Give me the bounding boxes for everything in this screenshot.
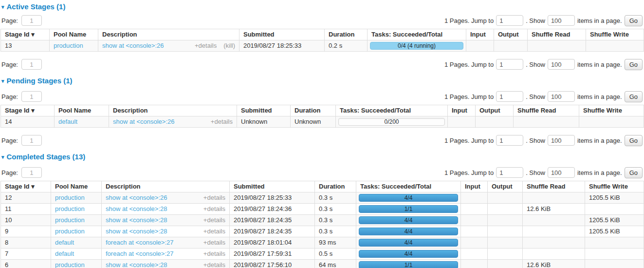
collapse-arrow-icon: ▾ bbox=[1, 77, 4, 85]
jump-to-page-input[interactable] bbox=[496, 15, 523, 26]
column-header-tasks[interactable]: Tasks: Succeeded/Total bbox=[368, 29, 466, 40]
output-cell bbox=[476, 116, 514, 128]
section-title-text: Pending Stages (1) bbox=[7, 77, 73, 85]
description-link[interactable]: show at <console>:28 bbox=[106, 228, 167, 235]
page-number-input[interactable] bbox=[21, 167, 42, 178]
details-toggle[interactable]: +details bbox=[195, 42, 217, 49]
pool-name-link[interactable]: production bbox=[55, 194, 85, 201]
column-header-shuffle-read[interactable]: Shuffle Read bbox=[523, 181, 585, 192]
description-link[interactable]: foreach at <console>:27 bbox=[106, 239, 174, 246]
pool-name-link[interactable]: production bbox=[55, 216, 85, 224]
go-button[interactable]: Go bbox=[625, 15, 643, 26]
description-cell: +details(kill)show at <console>:26 bbox=[98, 40, 239, 52]
go-button[interactable]: Go bbox=[625, 135, 643, 146]
details-toggle[interactable]: +details bbox=[203, 194, 225, 201]
column-header-output[interactable]: Output bbox=[488, 181, 523, 192]
details-toggle[interactable]: +details bbox=[203, 216, 225, 224]
pool-name-link[interactable]: default bbox=[58, 118, 77, 125]
column-header-shuffle-write[interactable]: Shuffle Write bbox=[585, 181, 644, 192]
details-toggle[interactable]: +details bbox=[203, 239, 225, 246]
column-header-submitted[interactable]: Submitted bbox=[230, 181, 315, 192]
duration-cell: 0.3 s bbox=[315, 215, 356, 226]
pagination-bar: Page: 1 Pages. Jump to . Show items in a… bbox=[1, 15, 643, 26]
page-label: Page: bbox=[1, 169, 18, 176]
description-link[interactable]: show at <console>:28 bbox=[106, 261, 167, 268]
column-header-stage-id[interactable]: Stage Id ▾ bbox=[1, 29, 50, 40]
items-per-page-input[interactable] bbox=[548, 59, 575, 70]
column-header-submitted[interactable]: Submitted bbox=[237, 105, 291, 116]
column-header-duration[interactable]: Duration bbox=[325, 29, 368, 40]
details-toggle[interactable]: +details bbox=[203, 261, 225, 268]
duration-cell: Unknown bbox=[291, 116, 336, 128]
go-button[interactable]: Go bbox=[625, 167, 643, 178]
items-per-page-input[interactable] bbox=[548, 91, 575, 102]
jump-to-page-input[interactable] bbox=[496, 135, 523, 146]
pool-name-link[interactable]: production bbox=[55, 261, 85, 268]
column-header-shuffle-write[interactable]: Shuffle Write bbox=[586, 29, 644, 40]
details-toggle[interactable]: +details bbox=[203, 205, 225, 212]
description-link[interactable]: show at <console>:28 bbox=[106, 205, 167, 212]
column-header-description[interactable]: Description bbox=[109, 105, 237, 116]
details-toggle[interactable]: +details bbox=[203, 228, 225, 235]
column-header-description[interactable]: Description bbox=[102, 181, 230, 192]
kill-link[interactable]: (kill) bbox=[223, 42, 235, 49]
pool-cell: production bbox=[51, 260, 102, 268]
column-header-stage-id[interactable]: Stage Id ▾ bbox=[1, 105, 55, 116]
column-header-pool-name[interactable]: Pool Name bbox=[55, 105, 109, 116]
description-link[interactable]: show at <console>:26 bbox=[113, 118, 174, 125]
pool-cell: production bbox=[50, 40, 98, 52]
details-toggle[interactable]: +details bbox=[203, 250, 225, 257]
jump-to-page-input[interactable] bbox=[496, 59, 523, 70]
column-header-shuffle-read[interactable]: Shuffle Read bbox=[514, 105, 579, 116]
items-per-page-input[interactable] bbox=[548, 167, 575, 178]
column-header-input[interactable]: Input bbox=[448, 105, 476, 116]
column-header-duration[interactable]: Duration bbox=[291, 105, 336, 116]
input-cell bbox=[461, 215, 488, 226]
description-link[interactable]: foreach at <console>:27 bbox=[106, 250, 174, 257]
column-header-output[interactable]: Output bbox=[476, 105, 514, 116]
column-header-pool-name[interactable]: Pool Name bbox=[51, 181, 102, 192]
column-header-description[interactable]: Description bbox=[98, 29, 239, 40]
jump-to-page-input[interactable] bbox=[496, 91, 523, 102]
items-per-page-input[interactable] bbox=[548, 15, 575, 26]
pages-count-text: 1 Pages. Jump to bbox=[444, 93, 494, 100]
column-header-output[interactable]: Output bbox=[494, 29, 528, 40]
description-link[interactable]: show at <console>:26 bbox=[106, 194, 167, 201]
go-button[interactable]: Go bbox=[625, 91, 643, 102]
column-header-input[interactable]: Input bbox=[466, 29, 494, 40]
jump-to-page-input[interactable] bbox=[496, 167, 523, 178]
section-title-text: Active Stages (1) bbox=[7, 3, 66, 11]
column-header-duration[interactable]: Duration bbox=[315, 181, 356, 192]
pool-name-link[interactable]: production bbox=[55, 205, 85, 212]
column-header-tasks[interactable]: Tasks: Succeeded/Total bbox=[356, 181, 461, 192]
details-toggle[interactable]: +details bbox=[211, 118, 233, 125]
go-button[interactable]: Go bbox=[625, 59, 643, 70]
column-header-tasks[interactable]: Tasks: Succeeded/Total bbox=[336, 105, 448, 116]
column-header-submitted[interactable]: Submitted bbox=[239, 29, 325, 40]
stage-row: 11production+detailsshow at <console>:28… bbox=[1, 204, 644, 215]
tasks-progress-label: 0/200 bbox=[339, 118, 444, 125]
page-number-input[interactable] bbox=[21, 59, 42, 70]
section-header-completed-stages[interactable]: ▾ Completed Stages (13) bbox=[1, 153, 643, 161]
column-header-shuffle-write[interactable]: Shuffle Write bbox=[579, 105, 644, 116]
pool-name-link[interactable]: production bbox=[55, 228, 85, 235]
tasks-progress-label: 1/1 bbox=[359, 262, 458, 268]
section-header-active-stages[interactable]: ▾ Active Stages (1) bbox=[1, 3, 643, 11]
column-header-input[interactable]: Input bbox=[461, 181, 488, 192]
submitted-cell: 2019/08/27 18:24:35 bbox=[230, 215, 315, 226]
column-header-stage-id[interactable]: Stage Id ▾ bbox=[1, 181, 51, 192]
section-header-pending-stages[interactable]: ▾ Pending Stages (1) bbox=[1, 77, 643, 85]
description-link[interactable]: show at <console>:26 bbox=[102, 42, 164, 49]
description-actions: +details bbox=[203, 194, 225, 201]
page-number-input[interactable] bbox=[21, 91, 42, 102]
column-header-pool-name[interactable]: Pool Name bbox=[50, 29, 98, 40]
pool-name-link[interactable]: default bbox=[55, 239, 74, 246]
submitted-cell: 2019/08/27 17:56:10 bbox=[230, 260, 315, 268]
pool-name-link[interactable]: production bbox=[54, 42, 83, 49]
page-number-input[interactable] bbox=[21, 15, 42, 26]
description-link[interactable]: show at <console>:28 bbox=[106, 216, 167, 224]
page-number-input[interactable] bbox=[21, 135, 42, 146]
items-per-page-input[interactable] bbox=[548, 135, 575, 146]
column-header-shuffle-read[interactable]: Shuffle Read bbox=[528, 29, 586, 40]
pool-name-link[interactable]: default bbox=[55, 250, 74, 257]
